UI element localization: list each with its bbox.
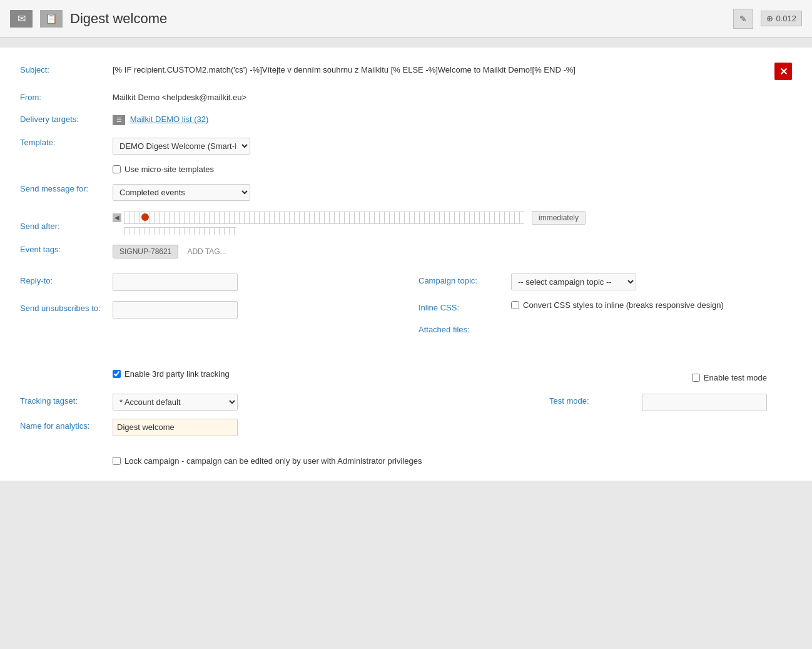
from-value: Mailkit Demo <helpdesk@mailkit.eu> xyxy=(113,90,792,102)
delivery-label: Delivery targets: xyxy=(20,112,108,124)
send-after-row: Send after: ◀ immediately xyxy=(20,211,792,240)
micro-site-row: Use micro-site templates xyxy=(113,165,792,174)
slider-container: ◀ immediately xyxy=(113,211,586,225)
send-message-value: Completed events All events Pending even… xyxy=(113,181,792,201)
sub-slider-track xyxy=(124,227,236,235)
subject-row: Subject: [% IF recipient.CUSTOM2.match('… xyxy=(20,63,792,80)
slider-thumb xyxy=(141,213,149,221)
attached-files-row: Attached files: xyxy=(419,322,792,334)
clipboard-icon: 📋 xyxy=(40,10,63,28)
reply-to-input[interactable] xyxy=(113,273,238,291)
event-tags-row: Event tags: SIGNUP-78621 ADD TAG... xyxy=(20,242,792,258)
slider-area: ◀ immediately xyxy=(113,211,586,235)
edit-button[interactable]: ✎ xyxy=(733,9,753,29)
template-label: Template: xyxy=(20,135,108,147)
cost-icon: ⊕ xyxy=(766,14,773,23)
campaign-topic-row: Campaign topic: -- select campaign topic… xyxy=(419,273,792,290)
analytics-label: Name for analytics: xyxy=(20,419,108,431)
list-icon: ☰ xyxy=(113,115,125,125)
test-mode-row: Test mode: xyxy=(549,394,767,411)
template-row: Template: DEMO Digest Welcome (Smart-I xyxy=(20,135,792,155)
delivery-value: ☰ Mailkit DEMO list (32) xyxy=(113,112,792,125)
lock-row: Lock campaign - campaign can be edited o… xyxy=(113,456,792,466)
right-column: Campaign topic: -- select campaign topic… xyxy=(419,273,792,344)
inline-css-row: Inline CSS: Convert CSS styles to inline… xyxy=(419,300,792,312)
tracking-tagset-row: Tracking tagset: * Account default xyxy=(20,394,238,411)
slider-left-arrow[interactable]: ◀ xyxy=(113,213,121,222)
page-title: Digest welcome xyxy=(70,11,726,27)
enable-test-mode-label: Enable test mode xyxy=(704,373,767,382)
attached-files-label: Attached files: xyxy=(419,322,506,334)
test-mode-label: Test mode: xyxy=(549,394,637,406)
send-message-label: Send message for: xyxy=(20,181,108,193)
cost-display: ⊕ 0.012 xyxy=(761,11,802,26)
from-row: From: Mailkit Demo <helpdesk@mailkit.eu> xyxy=(20,90,792,102)
subject-label: Subject: xyxy=(20,63,108,74)
inline-css-label: Inline CSS: xyxy=(419,300,506,312)
enable-tracking-checkbox[interactable] xyxy=(113,370,121,378)
immediately-label: immediately xyxy=(532,211,586,225)
inline-css-checkbox-label: Convert CSS styles to inline (breaks res… xyxy=(523,300,724,310)
campaign-topic-select[interactable]: -- select campaign topic -- xyxy=(511,273,636,290)
close-button[interactable]: ✕ xyxy=(774,63,792,80)
left-column: Reply-to: Send unsubscribes to: xyxy=(20,273,393,344)
event-tags-value: SIGNUP-78621 ADD TAG... xyxy=(113,242,792,258)
subject-value: [% IF recipient.CUSTOM2.match('cs') -%]V… xyxy=(113,63,769,74)
tracking-checkbox-row: Enable 3rd party link tracking xyxy=(113,369,230,379)
send-unsub-row: Send unsubscribes to: xyxy=(20,301,393,319)
add-tag-button[interactable]: ADD TAG... xyxy=(183,245,230,258)
template-select[interactable]: DEMO Digest Welcome (Smart-I xyxy=(113,138,250,155)
template-value: DEMO Digest Welcome (Smart-I xyxy=(113,135,792,155)
enable-tracking-label: Enable 3rd party link tracking xyxy=(124,369,230,379)
main-content: Subject: [% IF recipient.CUSTOM2.match('… xyxy=(0,48,812,481)
cost-value: 0.012 xyxy=(776,14,796,23)
micro-site-checkbox[interactable] xyxy=(113,165,121,173)
delivery-row: Delivery targets: ☰ Mailkit DEMO list (3… xyxy=(20,112,792,125)
bottom-section: Enable 3rd party link tracking Enable te… xyxy=(20,359,792,466)
micro-site-label: Use micro-site templates xyxy=(124,165,214,174)
inline-css-checkbox[interactable] xyxy=(511,301,519,309)
lock-campaign-label: Lock campaign - campaign can be edited o… xyxy=(124,456,422,466)
email-icon: ✉ xyxy=(10,10,33,28)
analytics-row: Name for analytics: xyxy=(20,419,792,436)
event-tags-label: Event tags: xyxy=(20,242,108,254)
campaign-topic-label: Campaign topic: xyxy=(419,273,506,285)
send-message-row: Send message for: Completed events All e… xyxy=(20,181,792,201)
inline-css-value: Convert CSS styles to inline (breaks res… xyxy=(511,300,724,310)
page-header: ✉ 📋 Digest welcome ✎ ⊕ 0.012 xyxy=(0,0,812,38)
tracking-tagset-select[interactable]: * Account default xyxy=(113,394,238,411)
send-unsub-input[interactable] xyxy=(113,301,238,319)
lock-campaign-checkbox[interactable] xyxy=(113,457,121,465)
send-unsub-label: Send unsubscribes to: xyxy=(20,301,108,313)
two-col-section: Reply-to: Send unsubscribes to: Campaign… xyxy=(20,273,792,344)
reply-to-row: Reply-to: xyxy=(20,273,393,291)
slider-track[interactable] xyxy=(124,212,524,224)
tracking-tagset-label: Tracking tagset: xyxy=(20,394,108,406)
analytics-input[interactable] xyxy=(113,419,238,436)
from-label: From: xyxy=(20,90,108,102)
enable-test-mode-checkbox[interactable] xyxy=(692,374,700,382)
test-mode-input[interactable] xyxy=(642,394,767,411)
send-message-select[interactable]: Completed events All events Pending even… xyxy=(113,184,250,201)
reply-to-label: Reply-to: xyxy=(20,273,108,285)
tag-pill: SIGNUP-78621 xyxy=(113,245,178,258)
send-after-label: Send after: xyxy=(20,219,108,231)
delivery-link[interactable]: Mailkit DEMO list (32) xyxy=(130,115,209,124)
